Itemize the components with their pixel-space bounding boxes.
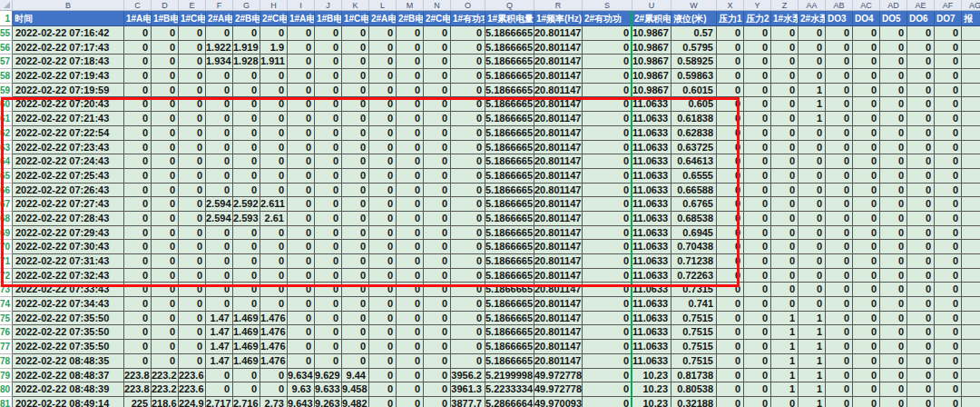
- cell-J80[interactable]: 9.633: [315, 382, 342, 397]
- cell-AC57[interactable]: 0: [853, 55, 880, 69]
- cell-X69[interactable]: 0: [717, 226, 744, 241]
- cell-AA58[interactable]: 0: [799, 69, 826, 84]
- cell-AB78[interactable]: 0: [826, 354, 853, 369]
- cell-X65[interactable]: 0: [717, 169, 744, 184]
- cell-C59[interactable]: 0: [124, 84, 152, 98]
- cell-L66[interactable]: 0: [369, 184, 397, 198]
- cell-K76[interactable]: 0: [342, 325, 369, 340]
- cell-time[interactable]: 2022-02-22 08:48:35: [13, 354, 124, 369]
- header-cell-F[interactable]: 2#A电: [206, 11, 233, 26]
- cell-Z80[interactable]: 1: [771, 382, 799, 397]
- cell-E65[interactable]: 0: [179, 169, 206, 184]
- cell-Z58[interactable]: 0: [771, 69, 799, 84]
- header-cell-R[interactable]: 1#频率(Hz): [534, 11, 583, 26]
- cell-AB58[interactable]: 0: [826, 69, 853, 84]
- cell-U56[interactable]: 10.9867: [632, 41, 671, 55]
- cell-M65[interactable]: 0: [397, 169, 424, 184]
- cell-Q59[interactable]: 5.1866665: [485, 84, 534, 98]
- cell-AB74[interactable]: 0: [826, 297, 853, 312]
- cell-O64[interactable]: 0: [451, 154, 485, 169]
- cell-AA66[interactable]: 0: [799, 184, 826, 198]
- cell-I63[interactable]: 0: [288, 141, 315, 155]
- cell-S72[interactable]: 0: [583, 269, 632, 283]
- cell-AA71[interactable]: 0: [799, 254, 826, 269]
- cell-AB79[interactable]: 0: [826, 369, 853, 383]
- cell-Q57[interactable]: 5.1866665: [485, 55, 534, 69]
- cell-S68[interactable]: 0: [583, 212, 632, 226]
- cell-J68[interactable]: 0: [315, 212, 342, 226]
- cell-AD76[interactable]: 0: [880, 325, 907, 340]
- cell-Y62[interactable]: 0: [744, 126, 771, 141]
- cell-AE63[interactable]: 0: [907, 141, 935, 155]
- cell-time[interactable]: 2022-02-22 07:35:50: [13, 325, 124, 340]
- cell-Z70[interactable]: 0: [771, 240, 799, 254]
- cell-E69[interactable]: 0: [179, 226, 206, 241]
- row-number[interactable]: 1: [0, 11, 13, 26]
- cell-F72[interactable]: 0: [206, 269, 233, 283]
- cell-S57[interactable]: 0: [583, 55, 632, 69]
- cell-F74[interactable]: 0: [206, 297, 233, 312]
- cell-I55[interactable]: 0: [288, 26, 315, 41]
- cell-D77[interactable]: 0: [152, 340, 179, 354]
- cell-D75[interactable]: 0: [152, 312, 179, 326]
- cell-U77[interactable]: 11.0633: [632, 340, 671, 354]
- cell-K55[interactable]: 0: [342, 26, 369, 41]
- cell-M72[interactable]: 0: [397, 269, 424, 283]
- cell-AF63[interactable]: 0: [935, 141, 962, 155]
- cell-S64[interactable]: 0: [583, 154, 632, 169]
- cell-D76[interactable]: 0: [152, 325, 179, 340]
- cell-K71[interactable]: 0: [342, 254, 369, 269]
- cell-G60[interactable]: 0: [233, 97, 260, 112]
- cell-N73[interactable]: 0: [424, 283, 451, 297]
- cell-N75[interactable]: 0: [424, 312, 451, 326]
- cell-M62[interactable]: 0: [397, 126, 424, 141]
- cell-H55[interactable]: 0: [260, 26, 288, 41]
- column-letter-U[interactable]: U: [632, 0, 671, 11]
- cell-R62[interactable]: 20.801147: [534, 126, 583, 141]
- cell-D78[interactable]: 0: [152, 354, 179, 369]
- cell-R55[interactable]: 20.801147: [534, 26, 583, 41]
- cell-AE59[interactable]: 0: [907, 84, 935, 98]
- cell-J72[interactable]: 0: [315, 269, 342, 283]
- cell-W76[interactable]: 0.7515: [671, 325, 717, 340]
- cell-X72[interactable]: 0: [717, 269, 744, 283]
- header-cell-M[interactable]: 2#B电: [397, 11, 424, 26]
- cell-L75[interactable]: 0: [369, 312, 397, 326]
- cell-Q72[interactable]: 5.1866665: [485, 269, 534, 283]
- cell-W69[interactable]: 0.6945: [671, 226, 717, 241]
- cell-H63[interactable]: 0: [260, 141, 288, 155]
- cell-D70[interactable]: 0: [152, 240, 179, 254]
- cell-O72[interactable]: 0: [451, 269, 485, 283]
- cell-G57[interactable]: 1.928: [233, 55, 260, 69]
- header-cell-W[interactable]: 液位(米): [671, 11, 717, 26]
- cell-Q80[interactable]: 5.2233334: [485, 382, 534, 397]
- cell-U68[interactable]: 11.0633: [632, 212, 671, 226]
- cell-F62[interactable]: 0: [206, 126, 233, 141]
- cell-K57[interactable]: 0: [342, 55, 369, 69]
- cell-W67[interactable]: 0.6765: [671, 197, 717, 212]
- cell-R59[interactable]: 20.801147: [534, 84, 583, 98]
- cell-M76[interactable]: 0: [397, 325, 424, 340]
- cell-D68[interactable]: 0: [152, 212, 179, 226]
- cell-AC81[interactable]: 0: [853, 397, 880, 407]
- cell-AC60[interactable]: 0: [853, 97, 880, 112]
- cell-U57[interactable]: 10.9867: [632, 55, 671, 69]
- cell-X62[interactable]: 0: [717, 126, 744, 141]
- cell-M70[interactable]: 0: [397, 240, 424, 254]
- cell-time[interactable]: 2022-02-22 07:33:43: [13, 283, 124, 297]
- cell-AA59[interactable]: 1: [799, 84, 826, 98]
- header-cell-C[interactable]: 1#A电: [124, 11, 152, 26]
- cell-AC70[interactable]: 0: [853, 240, 880, 254]
- cell-I74[interactable]: 0: [288, 297, 315, 312]
- row-number[interactable]: 60: [0, 97, 13, 112]
- cell-AA74[interactable]: 0: [799, 297, 826, 312]
- cell-AG72[interactable]: [962, 269, 980, 283]
- cell-time[interactable]: 2022-02-22 08:48:39: [13, 382, 124, 397]
- cell-G58[interactable]: 0: [233, 69, 260, 84]
- cell-AC56[interactable]: 0: [853, 41, 880, 55]
- cell-time[interactable]: 2022-02-22 07:29:43: [13, 226, 124, 241]
- cell-J57[interactable]: 0: [315, 55, 342, 69]
- cell-S78[interactable]: 0: [583, 354, 632, 369]
- cell-C67[interactable]: 0: [124, 197, 152, 212]
- cell-N59[interactable]: 0: [424, 84, 451, 98]
